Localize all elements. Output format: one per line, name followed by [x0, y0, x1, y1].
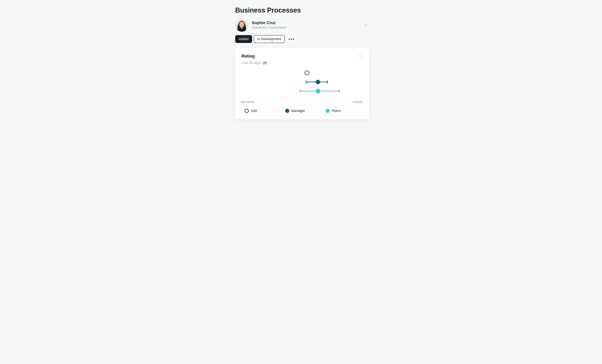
profile-role: Solutions Consultant: [252, 25, 359, 30]
svg-rect-3: [241, 26, 243, 29]
rating-chart: [241, 68, 363, 98]
legend-peers: Peers: [322, 106, 363, 115]
tab-in-development[interactable]: In Development: [254, 35, 285, 43]
chart-row-self: [241, 68, 363, 77]
legend-manager: Manager: [282, 106, 322, 115]
point-manager: [316, 80, 320, 84]
more-icon[interactable]: [287, 37, 296, 41]
chevron-down-icon[interactable]: [363, 22, 369, 28]
point-self: [305, 71, 309, 75]
page-title: Business Processes: [235, 6, 369, 14]
profile-name: Sophie Cruz: [252, 21, 359, 25]
chart-row-peers: [241, 86, 363, 96]
point-peers: [316, 89, 320, 93]
legend-self: Self: [242, 106, 282, 115]
legend-label-peers: Peers: [332, 109, 341, 113]
legend-label-self: Self: [251, 109, 257, 113]
legend-label-manager: Manager: [291, 109, 305, 113]
profile-row: Sophie Cruz Solutions Consultant: [235, 19, 369, 32]
axis-max-label: EXPERT: [353, 101, 363, 103]
expand-icon[interactable]: [358, 54, 363, 58]
tab-added[interactable]: Added: [235, 35, 252, 43]
legend-dot-manager: [285, 109, 289, 113]
avatar: [235, 19, 248, 32]
subtitle-label: Last 30 days:: [241, 61, 263, 65]
axis-min-label: BEGINNER: [241, 101, 255, 103]
card-title: Rating: [241, 54, 255, 59]
legend-dot-peers: [326, 109, 330, 113]
chart-row-manager: [241, 77, 363, 86]
axis-labels: BEGINNER EXPERT: [241, 101, 363, 103]
tabs: Added In Development: [235, 35, 369, 43]
card-subtitle: Last 30 days: (6): [241, 61, 363, 65]
legend-dot-self: [245, 109, 249, 113]
legend: Self Manager Peers: [241, 106, 363, 116]
subtitle-count: (6): [263, 61, 267, 65]
rating-card: Rating Last 30 days: (6) BEGINNER EXPERT: [235, 48, 369, 119]
